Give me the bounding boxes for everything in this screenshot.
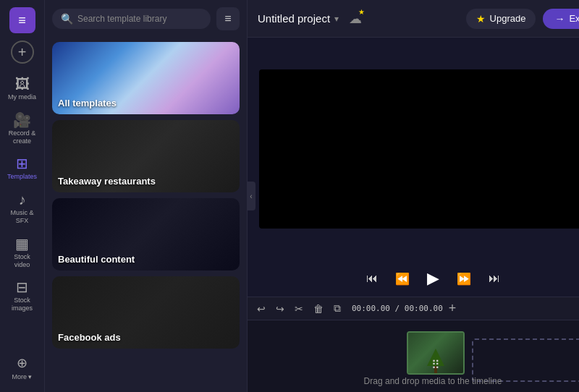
more-icon: ⊕ [17,355,28,371]
search-input[interactable] [77,14,202,24]
timecode-display: 00:00.00 / 00:00.00 [352,304,443,313]
media-clip[interactable]: ⠿ [407,331,465,375]
export-label: Export [569,13,579,24]
project-dropdown-icon[interactable]: ▾ [334,14,339,24]
project-title-area: Untitled project ▾ ☁ ★ [258,11,459,27]
redo-icon: ↪ [276,303,284,315]
upgrade-star-icon: ★ [476,13,486,25]
sidebar-item-label: Templates [7,173,37,181]
aspect-ratio-badge: 16:9 [577,77,579,88]
sidebar-item-stock-images[interactable]: ⊟ Stock images [3,276,42,317]
sidebar-item-label: Record &create [9,129,36,145]
timeline-track: ⠿ [248,328,579,378]
top-bar: Untitled project ▾ ☁ ★ ★ Upgrade → Expor… [248,0,579,38]
app-logo: ≡ [9,7,35,33]
timeline-area: ⠿ Drag and drop media to the timeline [248,320,579,392]
skip-forward-icon: ⏭ [489,272,500,285]
cloud-star-icon: ★ [358,8,365,16]
undo-icon: ↩ [257,303,266,315]
sidebar-item-record-create[interactable]: 🎥 Record &create [3,108,42,150]
drag-cursor-icon: ⠿ [431,358,440,372]
skip-back-button[interactable]: ⏮ [363,269,381,288]
video-preview: 16:9 [259,69,579,229]
template-card-facebook-ads[interactable]: Facebook ads [52,276,240,349]
sidebar-item-label: Stock video [6,253,39,269]
template-card-label: Facebook ads [58,332,121,343]
template-card-image: All templates [52,42,240,114]
sidebar-more-button[interactable]: ⊕ More ▾ [9,351,35,385]
rewind-button[interactable]: ⏪ [392,269,413,289]
timecode-current: 00:00.00 [352,304,390,313]
filter-icon: ≡ [224,12,231,25]
search-input-wrapper[interactable]: 🔍 [52,9,211,29]
sidebar-item-stock-video[interactable]: ▦ Stock video [3,232,42,273]
cut-icon: ✂ [295,303,303,315]
add-track-button[interactable]: + [449,301,457,316]
sidebar-item-templates[interactable]: ⊞ Templates [3,152,42,185]
copy-icon: ⧉ [334,302,341,314]
template-panel: 🔍 ≡ All templates Takeaway restaurants B… [45,0,248,392]
template-card-label: Beautiful content [58,254,135,265]
redo-button[interactable]: ↪ [274,301,287,317]
template-card-beautiful-content[interactable]: Beautiful content [52,198,240,270]
template-card-all-templates[interactable]: All templates [52,42,240,114]
sidebar-item-label: My media [8,93,36,101]
sidebar-item-label: Stock images [6,297,39,312]
template-card-image: Takeaway restaurants [52,120,240,192]
rewind-icon: ⏪ [395,272,410,286]
copy-button[interactable]: ⧉ [331,300,343,317]
music-icon: ♪ [19,192,26,207]
drop-zone [472,338,579,382]
sidebar-item-music-sfx[interactable]: ♪ Music & SFX [3,188,42,229]
template-card-takeaway[interactable]: Takeaway restaurants [52,120,240,192]
template-card-image: Beautiful content [52,198,240,270]
search-icon: 🔍 [61,13,73,25]
more-label: More ▾ [12,373,32,380]
template-card-image: Facebook ads [52,276,240,349]
delete-button[interactable]: 🗑 [311,301,326,317]
export-button[interactable]: → Export [543,9,579,29]
project-title: Untitled project [258,12,330,25]
record-icon: 🎥 [13,113,31,127]
collapse-panel-handle[interactable]: ‹ [247,182,255,210]
sidebar-item-label: Music & SFX [6,209,39,225]
upgrade-button[interactable]: ★ Upgrade [466,9,536,29]
drop-zone-text: Drag and drop media to the timeline [364,376,502,386]
cut-button[interactable]: ✂ [292,301,305,317]
skip-forward-button[interactable]: ⏭ [486,269,503,288]
sidebar-item-my-media[interactable]: 🖼 My media [3,72,42,106]
fast-forward-icon: ⏩ [457,272,471,286]
upgrade-label: Upgrade [490,13,526,24]
export-icon: → [554,13,565,25]
video-area: 16:9 ? [248,38,579,260]
delete-icon: 🗑 [313,303,324,315]
search-bar: 🔍 ≡ [45,0,247,38]
template-list: All templates Takeaway restaurants Beaut… [45,38,247,392]
play-button[interactable]: ▶ [424,266,442,291]
template-card-label: Takeaway restaurants [58,176,156,187]
add-button[interactable]: + [11,41,34,64]
timeline-toolbar: ↩ ↪ ✂ 🗑 ⧉ 00:00.00 / 00:00.00 + →+ [248,297,579,320]
sidebar: ≡ + 🖼 My media 🎥 Record &create ⊞ Templa… [0,0,45,392]
skip-back-icon: ⏮ [366,272,378,285]
add-track-icon: + [449,301,457,315]
filter-button[interactable]: ≡ [216,7,240,30]
timecode-total: 00:00.00 [405,304,443,313]
main-area: Untitled project ▾ ☁ ★ ★ Upgrade → Expor… [248,0,579,392]
fast-forward-button[interactable]: ⏩ [454,269,474,289]
cloud-status: ☁ ★ [349,11,362,27]
stock-images-icon: ⊟ [16,280,28,294]
template-card-label: All templates [58,98,117,108]
playback-controls: ⏮ ⏪ ▶ ⏩ ⏭ [248,260,579,297]
my-media-icon: 🖼 [15,77,30,91]
timecode-separator: / [395,304,405,313]
undo-button[interactable]: ↩ [255,301,268,317]
play-icon: ▶ [427,269,439,288]
templates-icon: ⊞ [16,156,28,171]
stock-video-icon: ▦ [15,237,29,251]
